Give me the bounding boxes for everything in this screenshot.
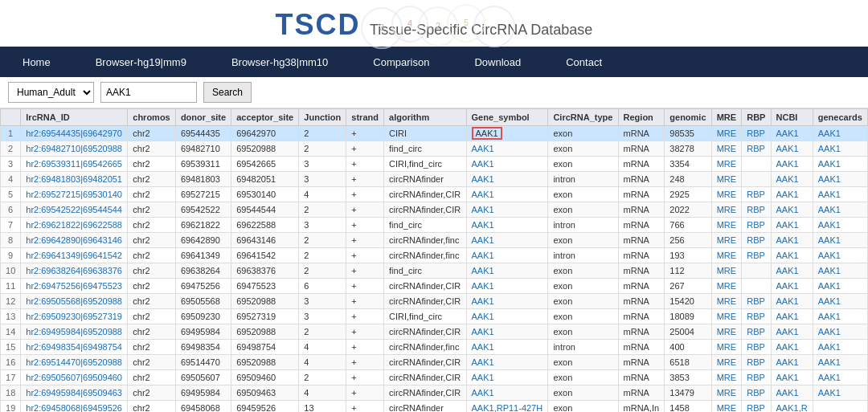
mre-cell[interactable]: MRE [711, 294, 742, 309]
mre-cell[interactable]: MRE [711, 233, 742, 248]
genecards-cell[interactable]: AAK1 [813, 340, 867, 355]
rbp-cell[interactable]: RBP [742, 248, 771, 263]
rbp-cell[interactable]: RBP [742, 218, 771, 233]
gene-symbol-cell[interactable]: AAK1 [466, 324, 548, 340]
lrcrna-id-cell[interactable]: hr2:69481803|69482051 [21, 172, 128, 187]
organism-dropdown[interactable]: Human_Adult Human_Fetal Mouse_Adult Mous… [8, 82, 94, 103]
ncbi-cell[interactable]: AAK1 [771, 187, 813, 202]
gene-symbol-cell[interactable]: AAK1 [466, 263, 548, 279]
lrcrna-id-cell[interactable]: hr2:69505568|69520988 [21, 294, 128, 309]
genecards-cell[interactable]: AAK1 [813, 218, 867, 233]
gene-symbol-cell[interactable]: AAK1 [466, 294, 548, 309]
lrcrna-id-cell[interactable]: hr2:69539311|69542665 [21, 157, 128, 172]
lrcrna-id-cell[interactable]: hr2:69482710|69520988 [21, 141, 128, 157]
mre-cell[interactable]: MRE [711, 218, 742, 233]
mre-cell[interactable]: MRE [711, 202, 742, 218]
gene-symbol-cell[interactable]: AAK1 [466, 141, 548, 157]
ncbi-cell[interactable]: AAK1 [771, 202, 813, 218]
ncbi-cell[interactable]: AAK1 [771, 126, 813, 141]
mre-cell[interactable]: MRE [711, 340, 742, 355]
ncbi-cell[interactable]: AAK1,R [771, 401, 813, 413]
lrcrna-id-cell[interactable]: hr2:69642890|69643146 [21, 233, 128, 248]
ncbi-cell[interactable]: AAK1 [771, 370, 813, 385]
gene-symbol-cell[interactable]: AAK1 [466, 157, 548, 172]
genecards-cell[interactable]: AAK1 [813, 202, 867, 218]
gene-symbol-cell[interactable]: AAK1 [466, 309, 548, 324]
gene-symbol-cell[interactable]: AAK1 [466, 187, 548, 202]
gene-symbol-cell[interactable]: AAK1 [466, 385, 548, 401]
lrcrna-id-cell[interactable]: hr2:69475256|69475523 [21, 279, 128, 294]
ncbi-cell[interactable]: AAK1 [771, 355, 813, 370]
gene-symbol-cell[interactable]: AAK1 [466, 172, 548, 187]
ncbi-cell[interactable]: AAK1 [771, 157, 813, 172]
mre-cell[interactable]: MRE [711, 355, 742, 370]
mre-cell[interactable]: MRE [711, 187, 742, 202]
lrcrna-id-cell[interactable]: hr2:69498354|69498754 [21, 340, 128, 355]
genecards-cell[interactable]: AAK1 [813, 324, 867, 340]
gene-symbol-cell[interactable]: AAK1 [466, 126, 548, 141]
ncbi-cell[interactable]: AAK1 [771, 263, 813, 279]
mre-cell[interactable]: MRE [711, 279, 742, 294]
nav-home[interactable]: Home [0, 47, 73, 77]
mre-cell[interactable]: MRE [711, 126, 742, 141]
gene-symbol-cell[interactable]: AAK1 [466, 279, 548, 294]
lrcrna-id-cell[interactable]: hr2:69544435|69642970 [21, 126, 128, 141]
rbp-cell[interactable]: RBP [742, 126, 771, 141]
ncbi-cell[interactable]: AAK1 [771, 279, 813, 294]
rbp-cell[interactable]: RBP [742, 141, 771, 157]
rbp-cell[interactable]: RBP [742, 401, 771, 413]
genecards-cell[interactable]: AAK1 [813, 263, 867, 279]
lrcrna-id-cell[interactable]: hr2:69514470|69520988 [21, 355, 128, 370]
mre-cell[interactable]: MRE [711, 309, 742, 324]
ncbi-cell[interactable]: AAK1 [771, 141, 813, 157]
rbp-cell[interactable] [742, 279, 771, 294]
nav-contact[interactable]: Contact [543, 47, 624, 77]
nav-browser-hg38[interactable]: Browser-hg38|mm10 [209, 47, 350, 77]
lrcrna-id-cell[interactable]: hr2:69505607|69509460 [21, 370, 128, 385]
rbp-cell[interactable] [742, 263, 771, 279]
genecards-cell[interactable]: AAK1 [813, 385, 867, 401]
gene-symbol-cell[interactable]: AAK1 [466, 202, 548, 218]
mre-cell[interactable]: MRE [711, 172, 742, 187]
ncbi-cell[interactable]: AAK1 [771, 309, 813, 324]
lrcrna-id-cell[interactable]: hr2:69527215|69530140 [21, 187, 128, 202]
ncbi-cell[interactable]: AAK1 [771, 324, 813, 340]
gene-symbol-cell[interactable]: AAK1 [466, 355, 548, 370]
mre-cell[interactable]: MRE [711, 157, 742, 172]
mre-cell[interactable]: MRE [711, 401, 742, 413]
gene-symbol-cell[interactable]: AAK1,RP11-427H [466, 401, 548, 413]
rbp-cell[interactable]: RBP [742, 294, 771, 309]
lrcrna-id-cell[interactable]: hr2:69542522|69544544 [21, 202, 128, 218]
gene-symbol-cell[interactable]: AAK1 [466, 248, 548, 263]
ncbi-cell[interactable]: AAK1 [771, 172, 813, 187]
rbp-cell[interactable]: RBP [742, 202, 771, 218]
rbp-cell[interactable]: RBP [742, 187, 771, 202]
rbp-cell[interactable]: RBP [742, 340, 771, 355]
lrcrna-id-cell[interactable]: hr2:69458068|69459526 [21, 401, 128, 413]
genecards-cell[interactable]: AAK1 [813, 355, 867, 370]
ncbi-cell[interactable]: AAK1 [771, 294, 813, 309]
rbp-cell[interactable]: RBP [742, 309, 771, 324]
genecards-cell[interactable]: AAK1 [813, 233, 867, 248]
genecards-cell[interactable] [813, 401, 867, 413]
genecards-cell[interactable]: AAK1 [813, 309, 867, 324]
rbp-cell[interactable]: RBP [742, 355, 771, 370]
genecards-cell[interactable]: AAK1 [813, 141, 867, 157]
rbp-cell[interactable]: RBP [742, 385, 771, 401]
genecards-cell[interactable]: AAK1 [813, 172, 867, 187]
search-button[interactable]: Search [203, 82, 252, 103]
gene-symbol-cell[interactable]: AAK1 [466, 218, 548, 233]
mre-cell[interactable]: MRE [711, 324, 742, 340]
rbp-cell[interactable]: RBP [742, 233, 771, 248]
rbp-cell[interactable] [742, 157, 771, 172]
genecards-cell[interactable]: AAK1 [813, 157, 867, 172]
rbp-cell[interactable]: RBP [742, 370, 771, 385]
genecards-cell[interactable]: AAK1 [813, 279, 867, 294]
genecards-cell[interactable]: AAK1 [813, 248, 867, 263]
lrcrna-id-cell[interactable]: hr2:69495984|69520988 [21, 324, 128, 340]
gene-symbol-cell[interactable]: AAK1 [466, 340, 548, 355]
ncbi-cell[interactable]: AAK1 [771, 233, 813, 248]
rbp-cell[interactable] [742, 172, 771, 187]
gene-symbol-cell[interactable]: AAK1 [466, 233, 548, 248]
lrcrna-id-cell[interactable]: hr2:69509230|69527319 [21, 309, 128, 324]
